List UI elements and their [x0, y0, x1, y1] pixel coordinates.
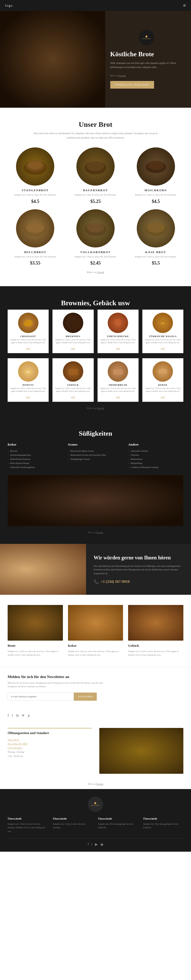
- pastry-sample-5: Sample text. Click to select the text bo…: [10, 387, 46, 393]
- card-sample-2: Sample text. Click to select the text bo…: [68, 650, 123, 657]
- sweets-col-heading-0: Kekse: [8, 442, 63, 447]
- menu-icon[interactable]: ≡: [183, 3, 186, 8]
- pastry-link-4[interactable]: mehr: [161, 347, 165, 350]
- pastry-link-1[interactable]: mehr: [26, 347, 30, 350]
- sweets-image-credit: Bild von Freepik: [8, 531, 183, 534]
- bread-item-4: MILCHBROT Sample text. Click to select t…: [8, 209, 63, 266]
- pastry-credit-link[interactable]: Freepik: [97, 407, 104, 409]
- x-icon[interactable]: ✕: [22, 713, 25, 718]
- card-image-3: [128, 605, 183, 641]
- footer-text-4: Sample text. Neu hinzugefügt für eine Fu…: [143, 822, 184, 829]
- footer-youtube-icon[interactable]: ▶: [95, 842, 98, 846]
- svg-point-22: [161, 368, 165, 372]
- cards-section: Brote Sample text. Click to select the t…: [0, 595, 191, 667]
- sweets-credit-link[interactable]: Freepik: [96, 531, 103, 534]
- sweets-item: Cranberry-Pekannuss-Granola: [128, 466, 183, 468]
- pastry-link-6[interactable]: mehr: [71, 396, 75, 398]
- bread-price-6: $5.5: [128, 261, 183, 266]
- footer-col-2: Überschrift Sample text. Click to select…: [53, 817, 93, 833]
- hours-label: Montag - Sonntag: [8, 750, 92, 754]
- twitter-icon[interactable]: t: [12, 713, 13, 718]
- newsletter-title: Melden Sie sich für den Newsletter an: [8, 675, 183, 679]
- pastry-sample-4: Sample text. Click to select the text bo…: [145, 339, 181, 344]
- pastry-link-2[interactable]: mehr: [71, 347, 75, 350]
- contact-image: [0, 544, 86, 595]
- bread-section-description: Duis aute irure dolor in reprehenderit i…: [32, 131, 159, 140]
- pastry-link-5[interactable]: mehr: [26, 396, 30, 398]
- address-line-1[interactable]: 54 E 12th St,: [8, 738, 92, 742]
- svg-rect-13: [69, 320, 77, 327]
- pastry-name-6: GEBÄCK: [54, 384, 91, 386]
- pastry-link-3[interactable]: mehr: [116, 347, 120, 350]
- footer-instagram-icon[interactable]: ◉: [100, 842, 103, 846]
- pastry-section: Brownies, Gebäck usw CROISSANT Sample te…: [0, 286, 191, 422]
- card-sample-3: Sample text. Click to select the text bo…: [128, 650, 183, 657]
- pastry-image-1: [18, 313, 38, 333]
- hours-time: 7:00 - 20:00 Uhr: [8, 754, 92, 758]
- footer-twitter-icon[interactable]: t: [91, 842, 92, 846]
- sweets-item: Buttermilch-Scones mit frischem Obst: [68, 454, 123, 456]
- hero-background-image: [0, 11, 105, 108]
- hero-cta-button[interactable]: PRODUKTE ANZEIGEN: [110, 81, 154, 89]
- sweets-col-list-2: Saisionale Galettes Törtchen Bananenbrot…: [128, 450, 183, 468]
- pastry-link-8[interactable]: mehr: [161, 396, 165, 398]
- pastry-sample-7: Sample text. Click to select the text bo…: [100, 387, 137, 393]
- footer-col-3: Überschrift Sample text. Neu hinzugefügt…: [98, 817, 138, 833]
- footer-facebook-icon[interactable]: f: [88, 842, 89, 846]
- sweets-column-scones: Scones Klassisches Butter-Scone Buttermi…: [68, 442, 123, 470]
- hero-badge: 🍞Bakery: [139, 30, 154, 45]
- footer-divider: [8, 838, 183, 838]
- footer-social: f t ▶ ◉: [8, 842, 183, 846]
- sweets-item: Hafer-Ingwer-Riegel: [8, 462, 63, 465]
- footer-col-4: Überschrift Sample text. Neu hinzugefügt…: [143, 817, 184, 833]
- pastry-sample-6: Sample text. Click to select the text bo…: [54, 387, 91, 393]
- bread-item-5: VOLLKORNBROT Sample text. Click to selec…: [68, 209, 123, 266]
- sweets-item: Bananenbrot: [128, 458, 183, 460]
- sweets-col-heading-1: Scones: [68, 442, 123, 447]
- bread-name-1: STANGENBROT: [8, 189, 63, 192]
- pastry-link-7[interactable]: mehr: [116, 396, 120, 398]
- card-image-2: [68, 605, 123, 641]
- facebook-icon[interactable]: f: [8, 713, 9, 718]
- contact-phone-link[interactable]: (123) 456-2053: [8, 746, 92, 750]
- sweets-col-heading-2: Andere: [128, 442, 183, 447]
- opening-hours-column: Öffnungszeiten und Standort 54 E 12th St…: [8, 728, 92, 774]
- info-section: Öffnungszeiten und Standort 54 E 12th St…: [0, 723, 191, 779]
- footer-badge-text: 🍞Bakery: [91, 802, 100, 807]
- hero-image-credit: Bild von Freepik: [110, 74, 184, 77]
- contact-phone[interactable]: +1 (234) 567-8910: [101, 579, 130, 584]
- navigation: logo ≡: [0, 0, 191, 11]
- sweets-section: Süßigkeiten Kekse Biscotti Schokoladenpl…: [0, 422, 191, 544]
- bread-section-title: Unser Brot: [8, 121, 183, 129]
- pinterest-icon[interactable]: p: [28, 713, 30, 718]
- bread-section: Unser Brot Duis aute irure dolor in repr…: [0, 108, 191, 286]
- pastry-item-1: CROISSANT Sample text. Click to select t…: [8, 310, 49, 353]
- pastry-image-2: [63, 313, 83, 333]
- phone-icon: 📞: [94, 579, 99, 584]
- info-credit-link[interactable]: Freepik: [96, 783, 103, 785]
- svg-rect-18: [68, 369, 78, 375]
- bread-credit-link[interactable]: Freepik: [97, 271, 104, 274]
- bread-price-5: $2.45: [68, 261, 123, 266]
- sweets-col-list-1: Klassisches Butter-Scone Buttermilch-Sco…: [68, 450, 123, 460]
- pastry-sample-2: Sample text. Click to select the text bo…: [54, 339, 91, 344]
- address-line-2[interactable]: New York, NY 10007: [8, 742, 92, 746]
- bread-price-3: $4.5: [128, 199, 183, 204]
- pastry-item-3: ZIMTSCHNECKE Sample text. Click to selec…: [97, 310, 138, 353]
- bread-item-2: BAUERNBROT Sample text. Click to select …: [68, 148, 123, 204]
- cards-grid: Brote Sample text. Click to select the t…: [8, 605, 183, 657]
- bread-name-5: VOLLKORNBROT: [68, 251, 123, 254]
- pastry-image-4: [153, 313, 173, 333]
- linkedin-icon[interactable]: in: [16, 713, 19, 718]
- footer-grid: Überschrift Sample text. Click to select…: [8, 817, 183, 833]
- newsletter-email-input[interactable]: [8, 692, 74, 701]
- pastry-item-5: DONUTS Sample text. Click to select the …: [8, 358, 49, 402]
- newsletter-submit-button[interactable]: SUSCRIBIR: [74, 692, 97, 701]
- hero-credit-link[interactable]: Freepik: [119, 74, 126, 77]
- card-title-3: Gebäck: [128, 644, 183, 648]
- svg-rect-19: [113, 369, 123, 374]
- footer: 🍞Bakery Überschrift Sample text. Click t…: [0, 789, 191, 852]
- bread-price-1: $4.5: [8, 199, 63, 204]
- pastry-image-5: [18, 361, 38, 382]
- bread-sample-6: Sample text. Click to select the Text El…: [128, 255, 183, 259]
